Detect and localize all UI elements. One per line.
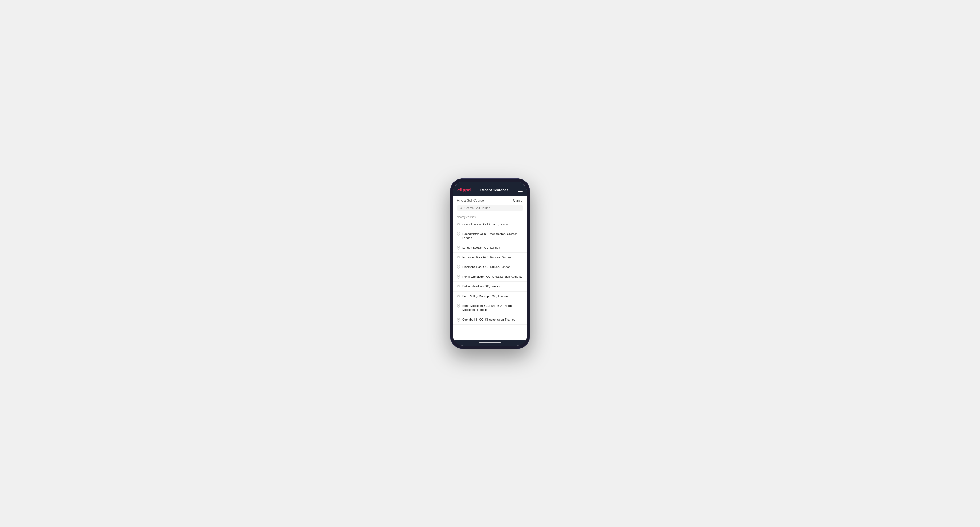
- svg-point-6: [458, 266, 459, 267]
- pin-icon: [457, 304, 460, 308]
- pin-icon: [457, 295, 460, 298]
- svg-point-8: [458, 286, 459, 286]
- course-list-item[interactable]: Richmond Park GC - Duke's, London: [453, 262, 527, 272]
- phone-screen: clippd Recent Searches Find a Golf Cours…: [453, 182, 527, 346]
- course-name: Richmond Park GC - Prince's, Surrey: [462, 256, 511, 259]
- course-list-item[interactable]: Richmond Park GC - Prince's, Surrey: [453, 253, 527, 262]
- course-list-item[interactable]: Royal Wimbledon GC, Great London Authori…: [453, 272, 527, 282]
- course-name: North Middlesex GC (1011942 - North Midd…: [462, 304, 523, 312]
- status-bar: [453, 182, 527, 184]
- svg-point-9: [458, 295, 459, 296]
- pin-icon: [457, 285, 460, 288]
- search-input[interactable]: [465, 206, 520, 210]
- course-list: Central London Golf Centre, London Roeha…: [453, 220, 527, 325]
- course-list-item[interactable]: Brent Valley Municipal GC, London: [453, 292, 527, 301]
- find-header: Find a Golf Course Cancel: [453, 196, 527, 205]
- nearby-label: Nearby courses: [453, 214, 527, 220]
- menu-icon[interactable]: [518, 189, 522, 192]
- course-name: Central London Golf Centre, London: [462, 222, 509, 226]
- pin-icon: [457, 232, 460, 236]
- course-name: Roehampton Club - Roehampton, Greater Lo…: [462, 232, 523, 240]
- nav-bar: clippd Recent Searches: [453, 184, 527, 196]
- pin-icon: [457, 256, 460, 259]
- phone-frame: clippd Recent Searches Find a Golf Cours…: [450, 178, 530, 349]
- svg-point-5: [458, 256, 459, 257]
- pin-icon: [457, 265, 460, 269]
- course-list-item[interactable]: London Scottish GC, London: [453, 243, 527, 253]
- pin-icon: [457, 222, 460, 226]
- course-name: Richmond Park GC - Duke's, London: [462, 265, 511, 269]
- svg-point-7: [458, 276, 459, 277]
- pin-icon: [457, 246, 460, 250]
- course-name: London Scottish GC, London: [462, 246, 500, 250]
- nav-title: Recent Searches: [480, 188, 508, 192]
- cancel-button[interactable]: Cancel: [513, 198, 523, 202]
- home-bar: [479, 342, 501, 343]
- svg-line-1: [462, 208, 463, 209]
- svg-point-2: [458, 224, 459, 224]
- find-title: Find a Golf Course: [457, 198, 484, 202]
- home-indicator: [453, 340, 527, 346]
- pin-icon: [457, 318, 460, 322]
- app-logo: clippd: [458, 188, 471, 192]
- svg-point-4: [458, 247, 459, 248]
- course-list-item[interactable]: Coombe Hill GC, Kingston upon Thames: [453, 315, 527, 325]
- course-name: Dukes Meadows GC, London: [462, 284, 501, 288]
- content-area: Find a Golf Course Cancel Nearby courses: [453, 196, 527, 340]
- svg-point-11: [458, 319, 459, 319]
- search-box: [457, 205, 523, 211]
- svg-point-3: [458, 233, 459, 234]
- search-container: [453, 205, 527, 214]
- course-name: Royal Wimbledon GC, Great London Authori…: [462, 275, 522, 279]
- course-list-item[interactable]: North Middlesex GC (1011942 - North Midd…: [453, 301, 527, 315]
- svg-point-10: [458, 305, 459, 306]
- pin-icon: [457, 275, 460, 279]
- course-name: Brent Valley Municipal GC, London: [462, 294, 508, 298]
- course-list-item[interactable]: Roehampton Club - Roehampton, Greater Lo…: [453, 229, 527, 243]
- course-name: Coombe Hill GC, Kingston upon Thames: [462, 318, 515, 322]
- course-list-item[interactable]: Central London Golf Centre, London: [453, 220, 527, 229]
- search-icon: [460, 206, 463, 210]
- course-list-item[interactable]: Dukes Meadows GC, London: [453, 282, 527, 291]
- nearby-section: Nearby courses Central London Golf Centr…: [453, 214, 527, 340]
